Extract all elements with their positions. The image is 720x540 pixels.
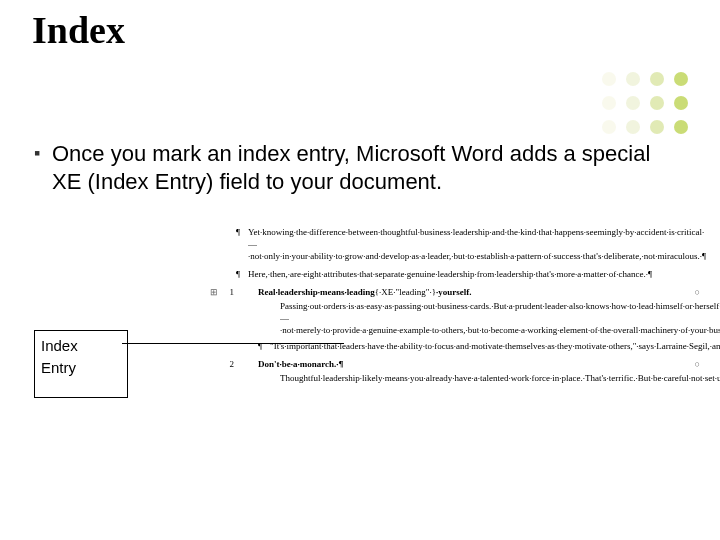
item-number: 1: [220, 286, 234, 298]
doc-paragraph: ¶ Yet·knowing·the·difference·between·tho…: [236, 226, 686, 262]
circle-marker-icon: ○: [695, 286, 700, 298]
bullet-item: ▪ Once you mark an index entry, Microsof…: [34, 140, 680, 196]
callout-line1: Index: [41, 335, 121, 357]
doc-text: Here,·then,·are·eight·attributes·that·se…: [248, 269, 652, 279]
circle-marker-icon: ○: [695, 358, 700, 370]
item-body: Thoughtful·leadership·likely·means·you·a…: [258, 372, 686, 384]
pilcrow-icon: ¶: [258, 340, 262, 352]
xe-field: {·XE·"leading"·}: [375, 287, 436, 297]
decorative-dots: [602, 72, 694, 140]
callout-box: Index Entry: [34, 330, 128, 398]
item-title: Don't·be·a·monarch.·¶: [258, 359, 343, 369]
move-handle-icon: ⊞: [210, 286, 218, 298]
pilcrow-icon: ¶: [236, 226, 240, 238]
item-body: Passing·out·orders·is·as·easy·as·passing…: [258, 300, 686, 336]
item-number: 2: [220, 358, 234, 370]
doc-text: Yet·knowing·the·difference·between·thoug…: [248, 227, 706, 261]
doc-numbered-item: 2 ○ Don't·be·a·monarch.·¶ Thoughtful·lea…: [236, 358, 686, 384]
item-title-tail: ·yourself.: [436, 287, 472, 297]
pilcrow-icon: ¶: [236, 268, 240, 280]
bullet-square-icon: ▪: [34, 140, 52, 196]
document-sample: ¶ Yet·knowing·the·difference·between·tho…: [236, 226, 686, 390]
item-quote: "It's·important·that·leaders·have·the·ab…: [270, 341, 720, 351]
callout-line2: Entry: [41, 357, 121, 379]
bullet-text: Once you mark an index entry, Microsoft …: [52, 140, 680, 196]
doc-numbered-item: ⊞ 1 ○ Real·leadership·means·leading{·XE·…: [236, 286, 686, 352]
page-title: Index: [32, 8, 125, 52]
item-title: Real·leadership·means·leading: [258, 287, 375, 297]
doc-paragraph: ¶ Here,·then,·are·eight·attributes·that·…: [236, 268, 686, 280]
